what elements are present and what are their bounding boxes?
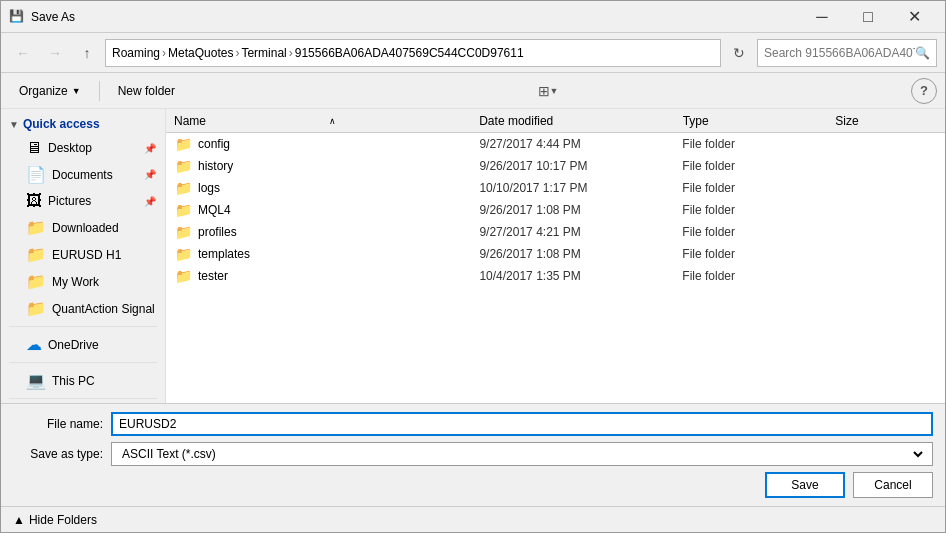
title-bar: 💾 Save As ─ □ ✕ [1, 1, 945, 33]
up-button[interactable]: ↑ [73, 39, 101, 67]
maximize-button[interactable]: □ [845, 1, 891, 33]
organize-button[interactable]: Organize ▼ [9, 78, 91, 104]
view-button[interactable]: ⊞ ▼ [534, 78, 562, 104]
table-row[interactable]: 📁 profiles 9/27/2017 4:21 PM File folder [166, 221, 945, 243]
hide-folders-button[interactable]: ▲ Hide Folders [13, 513, 97, 527]
filename-label: File name: [13, 417, 103, 431]
sidebar-item-eurusd-h1[interactable]: 📁 EURUSD H1 [1, 241, 165, 268]
thispc-icon: 💻 [26, 371, 46, 390]
toolbar: Organize ▼ New folder ⊞ ▼ ? [1, 73, 945, 109]
quick-access-chevron-icon: ▼ [9, 119, 19, 130]
bottom-area: File name: Save as type: ASCII Text (*.c… [1, 403, 945, 506]
file-date: 9/27/2017 4:21 PM [479, 225, 682, 239]
sidebar-item-quantaction[interactable]: 📁 QuantAction Signal [1, 295, 165, 322]
file-type: File folder [682, 225, 834, 239]
minimize-button[interactable]: ─ [799, 1, 845, 33]
folder-icon: 📁 [175, 202, 192, 218]
header-name[interactable]: Name ∧ [174, 114, 479, 128]
table-row[interactable]: 📁 config 9/27/2017 4:44 PM File folder [166, 133, 945, 155]
new-folder-label: New folder [118, 84, 175, 98]
help-icon: ? [920, 83, 928, 98]
sidebar-item-my-work[interactable]: 📁 My Work [1, 268, 165, 295]
folder-icon: 📁 [175, 268, 192, 284]
folder-icon: 📁 [175, 180, 192, 196]
table-row[interactable]: 📁 logs 10/10/2017 1:17 PM File folder [166, 177, 945, 199]
savetype-select-wrapper[interactable]: ASCII Text (*.csv) CSV (*.csv) All Files… [111, 442, 933, 466]
window-icon: 💾 [9, 9, 25, 25]
sidebar-item-documents[interactable]: 📄 Documents 📌 [1, 161, 165, 188]
cancel-button[interactable]: Cancel [853, 472, 933, 498]
folder-icon: 📁 [175, 246, 192, 262]
bottom-buttons: Save Cancel [13, 472, 933, 498]
filename-input[interactable] [111, 412, 933, 436]
new-folder-button[interactable]: New folder [108, 78, 185, 104]
file-date: 9/27/2017 4:44 PM [479, 137, 682, 151]
file-area: Name ∧ Date modified Type Size 📁 config [166, 109, 945, 403]
toolbar-separator [99, 81, 100, 101]
savetype-select[interactable]: ASCII Text (*.csv) CSV (*.csv) All Files… [118, 446, 926, 462]
table-row[interactable]: 📁 templates 9/26/2017 1:08 PM File folde… [166, 243, 945, 265]
file-type: File folder [682, 181, 834, 195]
table-row[interactable]: 📁 history 9/26/2017 10:17 PM File folder [166, 155, 945, 177]
file-type: File folder [682, 203, 834, 217]
search-box[interactable]: 🔍 [757, 39, 937, 67]
header-date[interactable]: Date modified [479, 114, 682, 128]
table-row[interactable]: 📁 tester 10/4/2017 1:35 PM File folder [166, 265, 945, 287]
organize-chevron-icon: ▼ [72, 86, 81, 96]
refresh-button[interactable]: ↻ [725, 39, 753, 67]
file-name: tester [198, 269, 228, 283]
sidebar-item-mywork-label: My Work [52, 275, 99, 289]
file-name: templates [198, 247, 250, 261]
sidebar-item-downloaded[interactable]: 📁 Downloaded [1, 214, 165, 241]
search-input[interactable] [764, 46, 915, 60]
folder-icon: 📁 [175, 224, 192, 240]
file-date: 9/26/2017 1:08 PM [479, 247, 682, 261]
file-type: File folder [682, 137, 834, 151]
file-type: File folder [682, 269, 834, 283]
mywork-folder-icon: 📁 [26, 272, 46, 291]
path-segment-2: MetaQuotes [168, 46, 233, 60]
sidebar-divider-1 [9, 326, 157, 327]
desktop-icon: 🖥 [26, 139, 42, 157]
address-path[interactable]: Roaming › MetaQuotes › Terminal › 915566… [105, 39, 721, 67]
file-name: profiles [198, 225, 237, 239]
documents-icon: 📄 [26, 165, 46, 184]
pictures-icon: 🖼 [26, 192, 42, 210]
forward-button[interactable]: → [41, 39, 69, 67]
header-size[interactable]: Size [835, 114, 937, 128]
help-button[interactable]: ? [911, 78, 937, 104]
close-button[interactable]: ✕ [891, 1, 937, 33]
sidebar-item-documents-label: Documents [52, 168, 113, 182]
save-as-dialog: 💾 Save As ─ □ ✕ ← → ↑ Roaming › MetaQuot… [0, 0, 946, 533]
hide-folders-chevron-icon: ▲ [13, 513, 25, 527]
sidebar: ▼ Quick access 🖥 Desktop 📌 📄 Documents 📌… [1, 109, 166, 403]
sidebar-item-onedrive-label: OneDrive [48, 338, 99, 352]
view-icon: ⊞ [538, 83, 550, 99]
eurusd-folder-icon: 📁 [26, 245, 46, 264]
file-date: 9/26/2017 1:08 PM [479, 203, 682, 217]
title-bar-controls: ─ □ ✕ [799, 1, 937, 33]
sidebar-item-desktop[interactable]: 🖥 Desktop 📌 [1, 135, 165, 161]
sidebar-divider-3 [9, 398, 157, 399]
sidebar-item-pictures-label: Pictures [48, 194, 91, 208]
sidebar-item-pictures[interactable]: 🖼 Pictures 📌 [1, 188, 165, 214]
file-type: File folder [682, 159, 834, 173]
footer-bar: ▲ Hide Folders [1, 506, 945, 532]
sidebar-divider-2 [9, 362, 157, 363]
quick-access-header[interactable]: ▼ Quick access [1, 113, 165, 135]
sidebar-item-onedrive[interactable]: ☁ OneDrive [1, 331, 165, 358]
pin-icon: 📌 [144, 169, 156, 180]
view-chevron-icon: ▼ [550, 86, 559, 96]
window-title: Save As [31, 10, 799, 24]
back-button[interactable]: ← [9, 39, 37, 67]
table-row[interactable]: 📁 MQL4 9/26/2017 1:08 PM File folder [166, 199, 945, 221]
sidebar-item-quantaction-label: QuantAction Signal [52, 302, 155, 316]
folder-icon: 📁 [175, 136, 192, 152]
save-button[interactable]: Save [765, 472, 845, 498]
sidebar-item-thispc[interactable]: 💻 This PC [1, 367, 165, 394]
file-date: 10/4/2017 1:35 PM [479, 269, 682, 283]
file-list: 📁 config 9/27/2017 4:44 PM File folder 📁… [166, 133, 945, 403]
savetype-row: Save as type: ASCII Text (*.csv) CSV (*.… [13, 442, 933, 466]
header-type[interactable]: Type [683, 114, 836, 128]
sidebar-item-eurusd-label: EURUSD H1 [52, 248, 121, 262]
